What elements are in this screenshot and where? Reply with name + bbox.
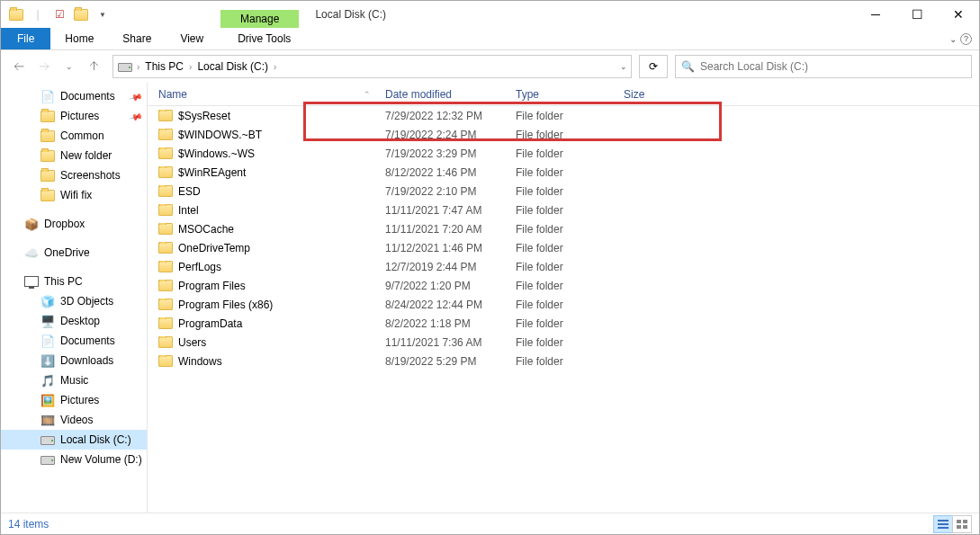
address-dropdown[interactable]: ⌄ [620,62,627,71]
chevron-right-icon[interactable]: › [137,62,139,72]
navpane-item[interactable]: 🎵Music [1,370,147,390]
share-tab[interactable]: Share [108,28,166,49]
navpane-item[interactable]: New folder [1,146,147,165]
forward-button[interactable]: 🡢 [33,56,55,77]
manage-tab[interactable]: Manage [220,10,299,28]
file-row[interactable]: $SysReset 7/29/2022 12:32 PM File folder [148,106,979,125]
navigation-bar: 🡠 🡢 ⌄ 🡡 › This PC › Local Disk (C:) › ⌄ … [1,50,979,83]
address-bar[interactable]: › This PC › Local Disk (C:) › ⌄ [112,55,632,78]
file-row[interactable]: OneDriveTemp 11/12/2021 1:46 PM File fol… [148,238,979,257]
new-folder-icon[interactable] [71,4,91,24]
quick-access-toolbar: | ☑ ▼ [1,4,112,24]
search-icon: 🔍 [681,60,695,73]
navpane-item[interactable]: Wifi fix [1,185,147,205]
navpane-item[interactable]: Common [1,126,147,146]
navpane-item[interactable]: 🖥️Desktop [1,311,147,331]
folder-icon [158,185,173,197]
folder-icon [158,166,173,178]
sort-indicator-icon: ⌃ [364,90,371,99]
file-row[interactable]: $WinREAgent 8/12/2022 1:46 PM File folde… [148,163,979,182]
item-count: 14 items [8,518,49,531]
folder-icon [158,242,173,254]
breadcrumb-local-disk[interactable]: Local Disk (C:) [195,58,270,75]
navigation-pane[interactable]: 📄Documents📌Pictures📌CommonNew folderScre… [1,83,148,513]
file-row[interactable]: PerfLogs 12/7/2019 2:44 PM File folder [148,257,979,276]
drive-tools-tab[interactable]: Drive Tools [223,28,305,49]
home-tab[interactable]: Home [50,28,108,49]
close-button[interactable]: ✕ [938,1,979,28]
file-row[interactable]: MSOCache 11/11/2021 7:20 AM File folder [148,219,979,238]
file-row[interactable]: Intel 11/11/2021 7:47 AM File folder [148,201,979,219]
properties-icon[interactable]: ☑ [49,4,69,24]
svg-rect-4 [963,520,967,523]
breadcrumb-this-pc[interactable]: This PC [143,58,185,75]
folder-icon [158,204,173,216]
ribbon-tabs: File Home Share View Drive Tools ⌄? [1,28,979,50]
file-row[interactable]: ProgramData 8/2/2022 1:18 PM File folder [148,314,979,333]
up-button[interactable]: 🡡 [84,56,105,77]
navpane-item[interactable]: Screenshots [1,165,147,185]
navpane-item[interactable]: Local Disk (C:) [1,430,147,450]
navpane-item[interactable]: 🖼️Pictures [1,390,147,410]
maximize-button[interactable]: ☐ [896,1,938,28]
svg-rect-1 [938,523,949,525]
folder-icon [158,261,173,272]
column-size[interactable]: Size [616,83,670,105]
folder-icon [158,355,173,367]
back-button[interactable]: 🡠 [8,56,30,77]
file-list: $SysReset 7/29/2022 12:32 PM File folder… [148,106,979,370]
navpane-item[interactable]: New Volume (D:) [1,450,147,469]
pin-icon: 📌 [129,89,143,103]
large-icons-view-button[interactable] [952,515,972,533]
navpane-item[interactable]: 📄Documents [1,331,147,351]
divider: | [28,4,48,24]
navpane-this-pc[interactable]: This PC [1,272,147,291]
navpane-item[interactable]: 📄Documents📌 [1,86,147,106]
minimize-button[interactable]: ─ [855,1,896,28]
folder-icon [158,280,173,291]
navpane-onedrive[interactable]: ☁️OneDrive [1,243,147,263]
view-tab[interactable]: View [166,28,218,49]
ribbon-expand[interactable]: ⌄? [942,33,979,45]
folder-icon [6,4,26,24]
chevron-right-icon[interactable]: › [189,62,192,72]
column-date[interactable]: Date modified [378,83,508,105]
content-pane: Name⌃ Date modified Type Size $SysReset … [148,83,979,513]
contextual-tab-group: Manage [220,1,299,28]
status-bar: 14 items [1,513,979,534]
navpane-item[interactable]: Pictures📌 [1,106,147,126]
details-view-button[interactable] [933,515,953,533]
column-type[interactable]: Type [508,83,616,105]
column-headers: Name⌃ Date modified Type Size [148,83,979,106]
file-row[interactable]: Users 11/11/2021 7:36 AM File folder [148,333,979,352]
file-row[interactable]: $WINDOWS.~BT 7/19/2022 2:24 PM File fold… [148,125,979,144]
file-tab[interactable]: File [1,28,50,49]
folder-icon [158,129,173,140]
folder-icon [158,147,173,159]
column-name[interactable]: Name⌃ [148,83,378,105]
qat-customize-dropdown[interactable]: ▼ [93,4,112,24]
svg-rect-3 [957,520,961,523]
file-row[interactable]: Program Files (x86) 8/24/2022 12:44 PM F… [148,295,979,314]
navpane-dropbox[interactable]: 📦Dropbox [1,214,147,234]
search-box[interactable]: 🔍 [675,55,972,78]
file-row[interactable]: Program Files 9/7/2022 1:20 PM File fold… [148,276,979,295]
file-row[interactable]: $Windows.~WS 7/19/2022 3:29 PM File fold… [148,144,979,163]
file-row[interactable]: Windows 8/19/2022 5:29 PM File folder [148,352,979,370]
folder-icon [158,336,173,348]
help-icon: ? [960,33,972,45]
navpane-item[interactable]: 🎞️Videos [1,410,147,430]
search-input[interactable] [700,60,966,73]
window-title: Local Disk (C:) [315,8,386,21]
folder-icon [158,299,173,310]
svg-rect-0 [938,520,949,522]
file-row[interactable]: ESD 7/19/2022 2:10 PM File folder [148,182,979,201]
svg-rect-6 [963,525,967,529]
titlebar: | ☑ ▼ Manage Local Disk (C:) ─ ☐ ✕ [1,1,979,28]
svg-rect-5 [957,525,961,529]
chevron-right-icon[interactable]: › [274,62,276,72]
recent-dropdown[interactable]: ⌄ [58,56,80,77]
navpane-item[interactable]: 🧊3D Objects [1,291,147,311]
navpane-item[interactable]: ⬇️Downloads [1,351,147,370]
refresh-button[interactable]: ⟳ [639,55,668,78]
